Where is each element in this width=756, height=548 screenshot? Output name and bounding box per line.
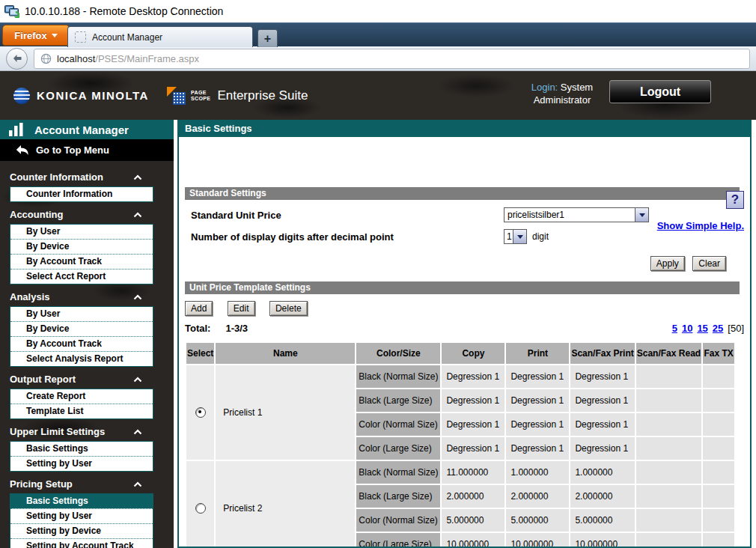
url-input[interactable]: localhost/PSES/MainFrame.aspx xyxy=(34,49,750,69)
browser-tab-strip: Firefox Account Manager + xyxy=(0,22,756,46)
sidebar-section-upper-limit-settings[interactable]: Upper Limit Settings xyxy=(0,424,174,439)
page-size-link-25[interactable]: 25 xyxy=(713,323,723,334)
fax-tx-cell xyxy=(703,509,734,532)
sidebar-item-select-acct-report[interactable]: Select Acct Report xyxy=(10,269,153,284)
pricelist-radio-2[interactable] xyxy=(195,503,206,514)
sidebar-item-basic-settings[interactable]: Basic Settings xyxy=(10,442,153,456)
scan-fax-print-cell: Degression 1 xyxy=(570,437,634,460)
print-cell: 5.000000 xyxy=(506,509,569,532)
color-size-cell: Black (Normal Size) xyxy=(356,365,440,388)
delete-button[interactable]: Delete xyxy=(269,301,308,316)
new-tab-button[interactable]: + xyxy=(257,29,278,47)
sidebar-section-analysis[interactable]: Analysis xyxy=(0,290,174,305)
standard-unit-price-select[interactable]: pricelistsilber1 xyxy=(504,207,649,222)
color-size-cell: Color (Large Size) xyxy=(356,533,440,548)
sidebar-item-select-analysis-report[interactable]: Select Analysis Report xyxy=(10,351,153,366)
column-header-fax-tx: Fax TX xyxy=(703,343,734,364)
sidebar-item-by-user[interactable]: By User xyxy=(10,225,153,239)
template-settings-section-header: Unit Price Template Settings xyxy=(185,281,740,294)
sidebar-section-accounting[interactable]: Accounting xyxy=(0,207,174,222)
login-label: Login: xyxy=(531,82,558,93)
scan-fax-read-cell xyxy=(636,413,701,436)
copy-cell: Degression 1 xyxy=(442,437,504,460)
print-cell: 10.000000 xyxy=(506,533,569,548)
pagescope-word-bottom: SCOPE xyxy=(191,96,211,102)
page-size-link-15[interactable]: 15 xyxy=(697,323,707,334)
clear-button[interactable]: Clear xyxy=(692,256,726,271)
print-cell: 2.000000 xyxy=(506,485,569,508)
fax-tx-cell xyxy=(703,533,734,548)
section-label: Analysis xyxy=(10,291,49,302)
sidebar-item-by-device[interactable]: By Device xyxy=(10,321,153,336)
plus-icon: + xyxy=(264,32,271,46)
go-to-top-menu[interactable]: Go to Top Menu xyxy=(0,139,174,161)
sidebar-item-setting-by-user[interactable]: Setting by User xyxy=(10,456,153,471)
scan-fax-read-cell xyxy=(636,509,701,532)
color-size-cell: Color (Normal Size) xyxy=(356,509,440,532)
sidebar-item-by-account-track[interactable]: By Account Track xyxy=(10,336,153,351)
decimal-digits-label: Number of display digits after decimal p… xyxy=(191,231,504,243)
sidebar-section-output-report[interactable]: Output Report xyxy=(0,372,174,387)
standard-unit-price-label: Standard Unit Price xyxy=(191,210,504,221)
scan-fax-print-cell: Degression 1 xyxy=(570,413,634,436)
edit-button[interactable]: Edit xyxy=(228,301,255,316)
browser-tab[interactable]: Account Manager xyxy=(67,26,253,47)
pagescope-icon xyxy=(167,86,186,106)
konica-minolta-logo: KONICA MINOLTA xyxy=(13,88,149,104)
sidebar-group-pricing-setup: Basic SettingsSetting by UserSetting by … xyxy=(10,493,153,548)
url-path: /PSES/MainFrame.aspx xyxy=(95,53,199,64)
copy-cell: Degression 1 xyxy=(442,389,504,412)
apply-button[interactable]: Apply xyxy=(650,256,685,271)
sidebar-item-setting-by-user[interactable]: Setting by User xyxy=(10,508,153,523)
logout-button[interactable]: Logout xyxy=(609,80,711,103)
sidebar-item-create-report[interactable]: Create Report xyxy=(10,389,153,404)
column-header-print: Print xyxy=(506,343,569,364)
section-label: Pricing Setup xyxy=(10,478,73,490)
scan-fax-read-cell xyxy=(636,533,701,548)
chevron-up-icon xyxy=(133,429,142,435)
copy-cell: 5.000000 xyxy=(442,509,504,532)
pricelist-radio-1[interactable] xyxy=(195,407,206,418)
color-size-cell: Color (Large Size) xyxy=(356,437,440,460)
back-arrow-icon xyxy=(12,54,22,63)
pagescope-word-top: PAGE xyxy=(191,90,211,96)
page-size-link-5[interactable]: 5 xyxy=(672,323,677,334)
page-body: ? Show Simple Help. Standard Settings St… xyxy=(179,187,750,548)
back-button[interactable] xyxy=(6,48,28,70)
color-size-cell: Black (Normal Size) xyxy=(356,461,440,484)
remote-desktop-icon xyxy=(4,5,19,18)
copy-cell: Degression 1 xyxy=(442,365,504,388)
sidebar-item-by-account-track[interactable]: By Account Track xyxy=(10,254,153,269)
print-cell: Degression 1 xyxy=(506,365,569,388)
section-label: Output Report xyxy=(10,374,76,385)
sidebar-section-counter-information[interactable]: Counter Information xyxy=(0,170,174,185)
fax-tx-cell xyxy=(703,413,734,436)
return-arrow-icon xyxy=(16,144,29,156)
add-button[interactable]: Add xyxy=(185,301,213,316)
column-header-select: Select xyxy=(186,343,214,364)
chevron-up-icon xyxy=(133,481,142,487)
page-size-pager: 5101525[50] xyxy=(668,323,744,334)
help-button[interactable]: ? xyxy=(726,191,744,209)
sidebar-item-basic-settings[interactable]: Basic Settings xyxy=(10,494,153,508)
sidebar-item-by-device[interactable]: By Device xyxy=(10,239,153,254)
bar-chart-icon xyxy=(8,122,26,137)
total-label: Total: xyxy=(185,323,210,334)
show-simple-help-link[interactable]: Show Simple Help. xyxy=(657,220,744,231)
firefox-menu-label: Firefox xyxy=(14,30,46,41)
scan-fax-print-cell: Degression 1 xyxy=(570,365,634,388)
sidebar-item-counter-information[interactable]: Counter Information xyxy=(10,187,153,201)
decimal-digits-select[interactable]: 1 xyxy=(504,229,527,244)
firefox-menu-button[interactable]: Firefox xyxy=(2,25,70,46)
sidebar-group-upper-limit-settings: Basic SettingsSetting by User xyxy=(10,441,153,472)
print-cell: Degression 1 xyxy=(506,437,569,460)
copy-cell: 10.000000 xyxy=(442,533,504,548)
total-value: 1-3/3 xyxy=(225,323,248,334)
sidebar-item-template-list[interactable]: Template List xyxy=(10,404,153,418)
sidebar-item-setting-by-account-track[interactable]: Setting by Account Track xyxy=(10,538,153,548)
scan-fax-print-cell: 1.000000 xyxy=(570,461,634,484)
page-size-link-10[interactable]: 10 xyxy=(682,323,692,334)
sidebar-section-pricing-setup[interactable]: Pricing Setup xyxy=(0,477,174,492)
sidebar-item-by-user[interactable]: By User xyxy=(10,307,153,321)
sidebar-item-setting-by-device[interactable]: Setting by Device xyxy=(10,523,153,538)
